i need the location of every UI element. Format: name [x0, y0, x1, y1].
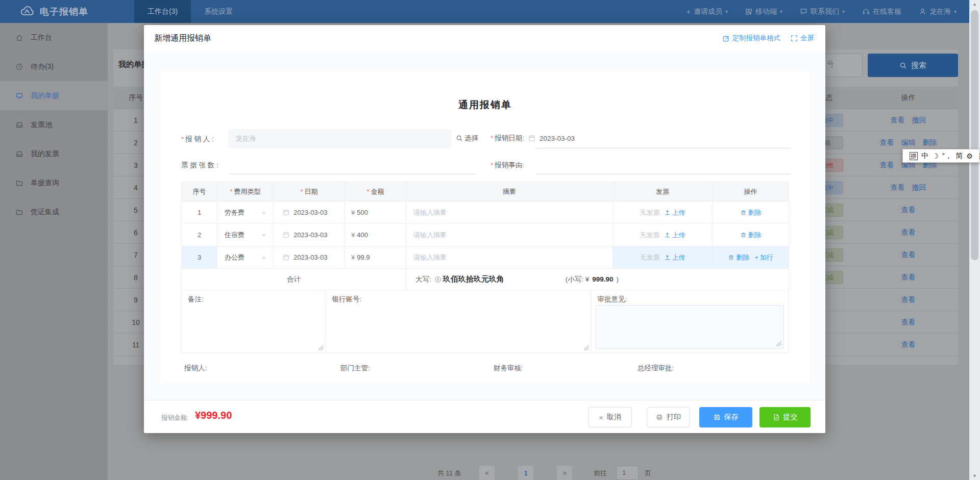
qr-code-icon: [745, 8, 752, 15]
delete-row-link[interactable]: 删除: [728, 253, 749, 262]
tab-system-settings[interactable]: 系统设置: [191, 0, 246, 23]
folder-icon: [15, 179, 23, 187]
delete-row-link[interactable]: 删除: [740, 208, 762, 217]
scroll-up-arrow-icon[interactable]: ▲: [969, 0, 980, 8]
form-row-1: *报 销 人 : 龙在海 选择 *报销日期: 2023-03-03: [161, 129, 810, 149]
expense-type-select[interactable]: 住宿费: [217, 224, 274, 246]
withdraw-link[interactable]: 撤回: [912, 183, 926, 192]
search-icon: [456, 135, 463, 142]
expense-amount-input[interactable]: ¥400: [345, 224, 406, 246]
ime-punctuation[interactable]: °，: [942, 151, 952, 161]
resize-grip-icon[interactable]: [318, 345, 324, 350]
sig-finance-audit: 财务审核:: [494, 364, 523, 373]
save-button[interactable]: 保存: [699, 407, 752, 427]
ime-toolbar[interactable]: 拼 中 ☽ °， 简 ⚙ ⋮: [902, 149, 980, 163]
sidebar-item-document-query[interactable]: 单据查询: [0, 168, 108, 197]
edit-link[interactable]: 编辑: [901, 138, 916, 147]
sidebar-item-workbench[interactable]: 工作台: [0, 23, 108, 52]
headset-icon: [862, 8, 870, 15]
approval-opinion-cell: 审批意见:: [591, 290, 788, 352]
expense-row: 1 劳务费 2023-03-03 ¥500 请输入摘要 无发票上传 删除: [182, 201, 789, 224]
save-icon: [714, 414, 721, 421]
upload-link[interactable]: 上传: [664, 231, 685, 240]
ime-simplified[interactable]: 简: [955, 151, 963, 161]
remark-textarea[interactable]: 备注:: [182, 290, 326, 352]
goto-label: 前往: [594, 469, 607, 478]
scroll-down-arrow-icon[interactable]: ▼: [969, 472, 980, 480]
expense-summary-input[interactable]: 请输入摘要: [406, 246, 613, 269]
view-link[interactable]: 查看: [901, 318, 916, 327]
view-link[interactable]: 查看: [891, 183, 905, 192]
online-service-menu[interactable]: 在线客服: [862, 7, 901, 16]
view-link[interactable]: 查看: [880, 138, 894, 147]
ime-chinese-mode[interactable]: 中: [921, 151, 928, 161]
withdraw-link[interactable]: 撤回: [912, 116, 926, 125]
view-link[interactable]: 查看: [891, 116, 905, 125]
approval-opinion-textarea[interactable]: [596, 305, 784, 349]
expense-date-picker[interactable]: 2023-03-03: [274, 224, 345, 246]
search-button[interactable]: 搜索: [868, 54, 958, 77]
tickets-input[interactable]: [230, 174, 475, 174]
expense-summary-input[interactable]: 请输入摘要: [406, 224, 613, 246]
tab-workbench[interactable]: 工作台(3): [134, 0, 191, 23]
customize-format-link[interactable]: 定制报销单格式: [722, 34, 781, 43]
view-link[interactable]: 查看: [901, 273, 916, 282]
view-link[interactable]: 查看: [901, 295, 916, 305]
view-link[interactable]: 查看: [901, 250, 916, 260]
view-link[interactable]: 查看: [901, 206, 916, 215]
sidebar-item-voucher-integration[interactable]: 凭证集成: [0, 197, 108, 226]
sidebar-item-invoice-pool[interactable]: 发票池: [0, 110, 108, 139]
contact-us-menu[interactable]: 联系我们 ▾: [800, 7, 845, 16]
delete-link[interactable]: 删除: [923, 138, 937, 147]
choose-applicant-link[interactable]: 选择: [456, 134, 478, 143]
upload-icon: [664, 232, 671, 238]
mobile-menu[interactable]: 移动端 ▾: [745, 7, 782, 16]
sidebar-item-my-documents[interactable]: 我的单据: [0, 81, 108, 110]
expense-amount-input[interactable]: ¥500: [345, 201, 406, 224]
print-button[interactable]: 打印: [647, 407, 690, 427]
moon-icon[interactable]: ☽: [932, 152, 939, 160]
prev-page-button[interactable]: <: [479, 466, 495, 480]
resize-grip-icon[interactable]: [776, 341, 781, 346]
expense-type-select[interactable]: 劳务费: [217, 201, 274, 224]
gear-icon[interactable]: ⚙: [966, 152, 973, 160]
expense-row: 2 住宿费 2023-03-03 ¥400 请输入摘要 无发票上传 删除: [182, 224, 789, 246]
browser-scrollbar[interactable]: ▲ ▼: [969, 0, 980, 480]
expense-amount-input[interactable]: ¥99.9: [345, 246, 406, 269]
add-row-link[interactable]: +加行: [754, 253, 773, 262]
scrollbar-thumb[interactable]: [971, 10, 978, 260]
goto-page-input[interactable]: [616, 466, 639, 480]
no-invoice-label: 无发票: [640, 231, 660, 240]
current-page[interactable]: 1: [518, 466, 533, 480]
invite-member-menu[interactable]: + 邀请成员 ▾: [687, 7, 728, 16]
expense-date-picker[interactable]: 2023-03-03: [274, 246, 345, 269]
chevron-down-icon: ▾: [725, 9, 728, 14]
upload-link[interactable]: 上传: [664, 208, 685, 217]
total-amount-value: ¥999.90: [195, 410, 232, 421]
expense-date-picker[interactable]: 2023-03-03: [274, 201, 345, 224]
expense-type-select[interactable]: 办公费: [217, 246, 274, 269]
more-icon[interactable]: ⋮: [976, 152, 980, 160]
ime-pinyin[interactable]: 拼: [910, 152, 918, 160]
next-page-button[interactable]: >: [557, 466, 572, 480]
view-link[interactable]: 查看: [880, 161, 894, 170]
upload-link[interactable]: 上传: [664, 253, 685, 262]
cancel-button[interactable]: × 取消: [588, 407, 632, 427]
submit-button[interactable]: 提交: [760, 407, 811, 427]
resize-grip-icon[interactable]: [584, 345, 589, 350]
bank-account-textarea[interactable]: 银行账号:: [326, 290, 591, 352]
view-link[interactable]: 查看: [901, 228, 916, 237]
expense-summary-input[interactable]: 请输入摘要: [406, 201, 613, 224]
fullscreen-link[interactable]: 全屏: [791, 34, 814, 43]
user-menu[interactable]: 龙在海 ▾: [919, 7, 957, 16]
date-value: 2023-03-03: [540, 135, 575, 142]
delete-row-link[interactable]: 删除: [740, 231, 762, 240]
sidebar-item-my-invoices[interactable]: 我的发票: [0, 139, 108, 168]
applicant-input[interactable]: 龙在海: [228, 129, 452, 148]
date-field[interactable]: *报销日期: 2023-03-03: [491, 134, 575, 143]
total-amount-label: 报销金额:: [161, 414, 188, 422]
view-link[interactable]: 查看: [901, 340, 916, 349]
sidebar-item-todo[interactable]: 待办(3): [0, 52, 108, 81]
modal-body: 通用报销单 *报 销 人 : 龙在海 选择 *报销日期:: [144, 52, 825, 400]
reason-input[interactable]: [537, 174, 791, 174]
